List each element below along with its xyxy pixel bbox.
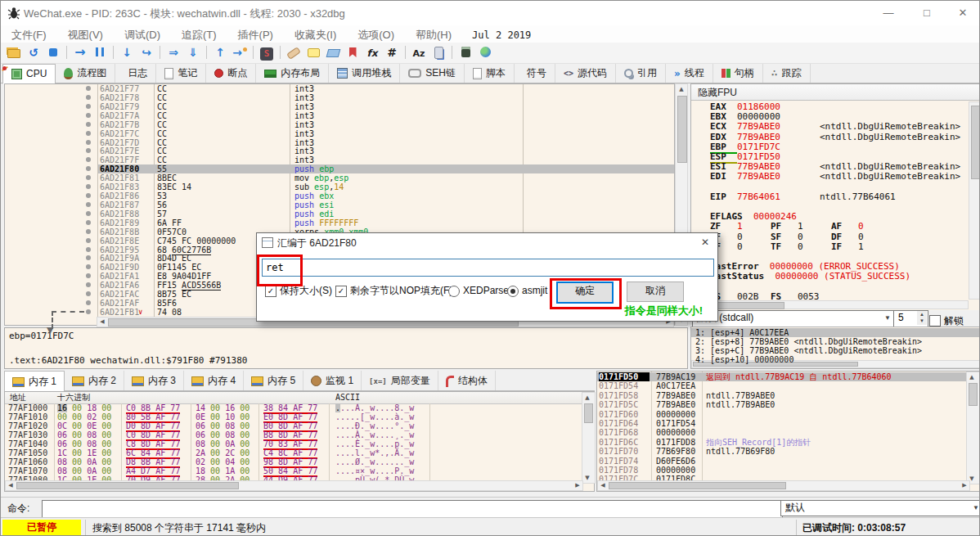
tab-跟踪[interactable]: ∴跟踪 [763, 64, 811, 83]
disasm-row[interactable]: 6AD21F818BECmov ebp,esp [5, 173, 674, 182]
hide-fpu-button[interactable]: 隐藏FPU [691, 84, 980, 101]
memory-row[interactable]: 77AF100016 00 18 00C0 8B AF 7714 00 16 0… [5, 403, 582, 412]
menu-item[interactable]: 收藏夹(I) [284, 25, 347, 43]
patches-icon[interactable] [284, 44, 303, 62]
xedparse-radio[interactable]: XEDParse [448, 285, 509, 297]
argument-row[interactable]: 3: [esp+C] 77B9ABE0 <ntdll.DbgUiRemoteBr… [691, 346, 980, 355]
memory-row[interactable]: 77AF104006 00 08 00C8 8D AF 7708 00 0A 0… [5, 439, 582, 448]
breakpoint-dot-icon[interactable] [86, 166, 91, 171]
disasm-row[interactable]: 6AD21F7ECCint3 [5, 146, 674, 155]
memory-hscrollbar[interactable]: ◀ ▶ [5, 480, 583, 491]
stack-row[interactable]: 0171FD7800000000 [597, 466, 969, 475]
register-row[interactable]: EDI77B9ABE0<ntdll.DbgUiRemoteBreakin> [710, 172, 969, 182]
comments-icon[interactable] [303, 44, 323, 62]
tab-内存布局[interactable]: 内存布局 [256, 64, 329, 83]
stack-row[interactable]: 0171FD6C0171FDD8指向SEH_Record[1]的指针 [597, 438, 969, 447]
disasm-row[interactable]: 6AD21F7ACCint3 [5, 111, 674, 120]
tab-笔记[interactable]: 笔记 [156, 64, 206, 83]
breakpoint-dot-icon[interactable] [86, 175, 91, 180]
breakpoint-dot-icon[interactable] [86, 193, 91, 198]
calling-convention-select[interactable]: 默认 (stdcall) ▼ [692, 310, 894, 327]
asmjit-radio[interactable]: asmjit [507, 285, 547, 297]
stack-row[interactable]: 0171FD6800000000 [597, 428, 969, 437]
stop-icon[interactable] [43, 44, 63, 62]
disasm-row[interactable]: 6AD21F7FCCint3 [5, 155, 674, 164]
pause-icon[interactable] [90, 44, 110, 62]
stepper-arrows-icon[interactable]: ▲▼ [917, 311, 927, 325]
breakpoint-dot-icon[interactable] [86, 140, 91, 145]
breakpoint-dot-icon[interactable] [86, 113, 91, 118]
dialog-title-bar[interactable]: 汇编于 6AD21F80 ✕ [257, 233, 717, 251]
stack-row[interactable]: 0171FD6000000000 [597, 410, 969, 419]
stack-row[interactable]: 0171FD7077B69F80ntdll.77B69F80 [597, 447, 969, 456]
stack-row[interactable]: 0171FD5077B9AC19返回到 ntdll.77B9AC19 自 ntd… [597, 372, 969, 381]
argument-row[interactable]: 4: [esp+10] 00000000 [691, 355, 980, 364]
register-row[interactable]: EAX01186000 [710, 102, 969, 112]
breakpoint-dot-icon[interactable] [86, 95, 91, 100]
tab-源代码[interactable]: <>源代码 [555, 64, 616, 83]
register-row[interactable]: ESI77B9ABE0<ntdll.DbgUiRemoteBreakin> [710, 162, 969, 172]
disasm-row[interactable]: 6AD21F7CCCint3 [5, 129, 674, 138]
compare-icon[interactable] [382, 44, 402, 62]
lasterror-row[interactable]: LastError 00000000 (ERROR_SUCCESS) [710, 262, 969, 272]
disasm-row[interactable]: 6AD21F8653push ebx [5, 191, 674, 200]
open-file-icon[interactable] [4, 44, 24, 62]
disasm-row[interactable]: 6AD21F77CCint3 [5, 84, 674, 93]
menu-item[interactable]: 帮助(H) [405, 25, 462, 43]
tab-结构体[interactable]: 结构体 [438, 371, 496, 390]
disasm-row[interactable]: 6AD21F8383EC 14sub esp,14 [5, 182, 674, 191]
argument-row[interactable]: 1: [esp+4] A0C17EEA [691, 328, 980, 337]
breakpoint-dot-icon[interactable] [86, 184, 91, 189]
tab-监视 1[interactable]: 监视 1 [303, 371, 362, 390]
stack-row[interactable]: 0171FD74D60FE6D6 [597, 457, 969, 466]
menu-item[interactable]: 调试(D) [114, 25, 171, 43]
memory-row[interactable]: 77AF106008 00 0A 00D8 8B AF 7702 00 04 0… [5, 457, 582, 466]
breakpoint-dot-icon[interactable] [86, 229, 91, 234]
dialog-close-icon[interactable]: ✕ [695, 235, 715, 250]
disasm-row[interactable]: 6AD21F78CCint3 [5, 93, 674, 102]
animate-into-icon[interactable] [164, 44, 183, 62]
calculator-icon[interactable] [456, 44, 475, 62]
animate-over-icon[interactable] [183, 44, 203, 62]
register-row[interactable]: OF 0SF 0DF 0 [710, 232, 969, 242]
breakpoint-dot-icon[interactable] [86, 104, 91, 109]
bookmarks-icon[interactable] [343, 44, 362, 62]
breakpoint-dot-icon[interactable] [86, 202, 91, 207]
breakpoint-dot-icon[interactable] [86, 255, 91, 260]
stack-row[interactable]: 0171FD640171FD54 [597, 419, 969, 428]
tab-内存 2[interactable]: 内存 2 [65, 371, 124, 390]
step-into-icon[interactable] [117, 44, 137, 62]
stack-row[interactable]: 0171FD5C77B9ABE0ntdll.77B9ABE0 [597, 400, 969, 409]
memory-row[interactable]: 77AF107008 00 0A 00A4 D7 AF 7718 00 1A 0… [5, 466, 582, 475]
register-row[interactable]: ZF 1PF 1AF 0 [710, 222, 969, 232]
register-row[interactable]: EDX77B9ABE0<ntdll.DbgUiRemoteBreakin> [710, 133, 969, 142]
register-row[interactable]: CF 0TF 0IF 1 [710, 242, 969, 252]
breakpoint-dot-icon[interactable] [86, 131, 91, 136]
maximize-button[interactable]: □ [909, 1, 945, 25]
disasm-row[interactable]: 6AD21F79CCint3 [5, 102, 674, 111]
register-row[interactable]: EBX00000000 [710, 112, 969, 122]
register-row[interactable]: ECX77B9ABE0<ntdll.DbgUiRemoteBreakin> [710, 122, 969, 132]
menu-item[interactable]: 文件(F) [1, 25, 57, 43]
tab-引用[interactable]: 引用 [616, 64, 666, 83]
tab-内存 5[interactable]: 内存 5 [244, 371, 303, 390]
stack-hscrollbar[interactable]: ◀ ▶ [597, 480, 970, 491]
breakpoint-dot-icon[interactable] [86, 157, 91, 162]
breakpoint-dot-icon[interactable] [86, 148, 91, 153]
breakpoint-dot-icon[interactable] [86, 291, 91, 296]
menu-item[interactable]: 视图(V) [57, 25, 114, 43]
arg-count-stepper[interactable]: 5 ▲▼ [893, 310, 928, 327]
tab-CPU[interactable]: CPU [2, 64, 56, 84]
menu-item[interactable]: 选项(O) [347, 25, 405, 43]
globe-icon[interactable] [475, 44, 495, 62]
cancel-button[interactable]: 取消 [627, 282, 684, 302]
breakpoint-dot-icon[interactable] [86, 238, 91, 243]
register-row[interactable]: EBP0171FD7C [710, 142, 969, 152]
breakpoint-dot-icon[interactable] [86, 247, 91, 252]
registers-hscrollbar[interactable] [691, 300, 969, 309]
tab-流程图[interactable]: 流程图 [56, 64, 115, 83]
minimize-button[interactable]: — [870, 1, 906, 25]
menu-item[interactable]: 追踪(T) [171, 25, 227, 43]
menu-item[interactable]: 插件(P) [227, 25, 284, 43]
breakpoint-dot-icon[interactable] [86, 220, 91, 225]
